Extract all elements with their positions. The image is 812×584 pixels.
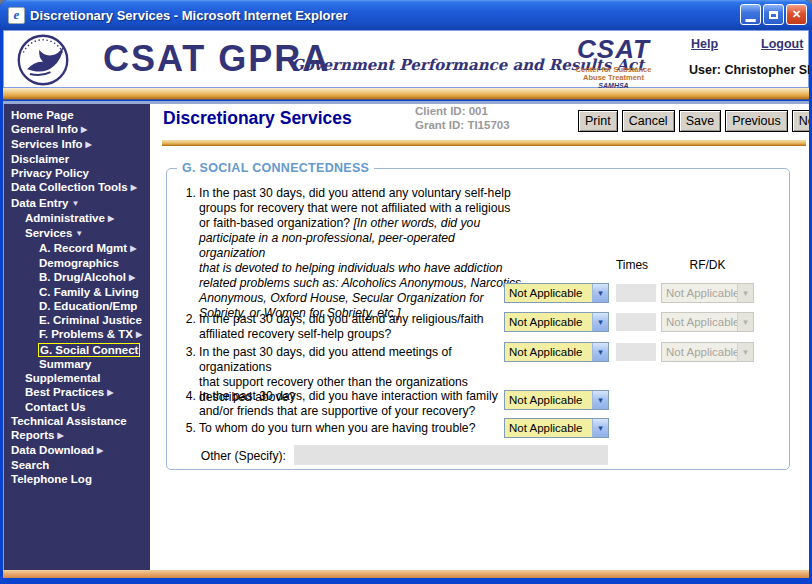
answer-select[interactable]: Not Applicable▾	[504, 283, 609, 303]
help-link[interactable]: Help	[691, 37, 718, 51]
sidebar-item[interactable]: D. Education/Emp	[4, 299, 150, 313]
sidebar-item[interactable]: Services Info▶	[4, 137, 150, 152]
sidebar-item-label: Reports	[11, 429, 54, 441]
sidebar-item-label: A. Record Mgmt	[39, 242, 127, 254]
question-body: In the past 30 days, did you have intera…	[199, 389, 498, 418]
sidebar-item[interactable]: Reports▶	[4, 428, 150, 443]
chevron-down-icon: ▼	[72, 199, 80, 208]
sidebar-item-label: Best Practices	[25, 386, 104, 398]
answer-select[interactable]: Not Applicable▾	[504, 418, 609, 438]
bottom-gold-bar	[3, 570, 809, 578]
rfdk-select: Not Applicable▾	[661, 312, 754, 332]
maximize-icon	[769, 11, 778, 19]
sidebar-item[interactable]: Data Entry▼	[4, 196, 150, 211]
sidebar-item[interactable]: Privacy Policy	[4, 166, 150, 180]
sidebar-item[interactable]: Demographics	[4, 256, 150, 270]
select-value: Not Applicable	[505, 284, 592, 302]
chevron-right-icon: ▶	[136, 330, 142, 339]
sidebar-item[interactable]: Summary	[4, 357, 150, 371]
sidebar-item[interactable]: G. Social Connect	[4, 343, 150, 357]
csat-logo-acronym: CSAT	[566, 34, 661, 65]
fieldset-legend: G. SOCIAL CONNECTEDNESS	[177, 161, 374, 175]
client-id: Client ID: 001	[415, 104, 510, 118]
times-input	[616, 284, 656, 302]
chevron-right-icon: ▶	[81, 125, 87, 134]
answer-select[interactable]: Not Applicable▾	[504, 390, 609, 410]
ie-document-icon: e	[8, 7, 25, 24]
select-value: Not Applicable	[662, 313, 737, 331]
chevron-right-icon: ▶	[108, 214, 114, 223]
select-value: Not Applicable	[505, 343, 592, 361]
browser-window: e Discretionary Services - Microsoft Int…	[0, 0, 812, 584]
chevron-right-icon: ▶	[131, 183, 137, 192]
question-text: 4.In the past 30 days, did you have inte…	[182, 389, 522, 419]
maximize-button[interactable]	[763, 4, 784, 25]
close-button[interactable]: ✕	[786, 4, 807, 25]
answer-select[interactable]: Not Applicable▾	[504, 342, 609, 362]
social-connectedness-fieldset: G. SOCIAL CONNECTEDNESS Times RF/DK 1.In…	[166, 168, 790, 470]
answer-select[interactable]: Not Applicable▾	[504, 312, 609, 332]
question-text: 1.In the past 30 days, did you attend an…	[182, 186, 522, 321]
chevron-down-icon[interactable]: ▾	[592, 313, 608, 331]
sidebar-item[interactable]: Home Page	[4, 108, 150, 122]
chevron-down-icon: ▾	[737, 313, 753, 331]
rfdk-select: Not Applicable▾	[661, 342, 754, 362]
print-button[interactable]: Print	[578, 110, 618, 132]
chevron-right-icon: ▶	[86, 140, 92, 149]
chevron-down-icon[interactable]: ▾	[592, 284, 608, 302]
sidebar-item-label: F. Problems & TX	[39, 328, 133, 340]
select-value: Not Applicable	[662, 343, 737, 361]
sidebar-item-label: B. Drug/Alcohol	[39, 271, 126, 283]
csat-logo: CSAT Center for Substance Abuse Treatmen…	[566, 34, 661, 89]
sidebar-item[interactable]: Contact Us	[4, 400, 150, 414]
header-gold-bar	[3, 88, 809, 100]
sidebar-item-label: Home Page	[11, 109, 74, 121]
sidebar-item[interactable]: E. Criminal Justice	[4, 313, 150, 327]
sidebar-item-label: C. Family & Living	[39, 286, 139, 298]
sidebar-item-label: Data Entry	[11, 197, 69, 209]
question-number: 5.	[182, 421, 196, 436]
hhs-eagle-logo	[15, 32, 71, 92]
window-border-left	[0, 30, 3, 578]
sidebar-item-label: Services Info	[11, 138, 83, 150]
logout-link[interactable]: Logout	[761, 37, 803, 51]
cancel-button[interactable]: Cancel	[622, 110, 675, 132]
question-text: 2.In the past 30 days, did you attend an…	[182, 312, 522, 342]
chevron-down-icon[interactable]: ▾	[592, 419, 608, 437]
sidebar-item[interactable]: B. Drug/Alcohol▶	[4, 270, 150, 285]
minimize-icon: ▬	[746, 13, 756, 24]
main-content: Discretionary Services Client ID: 001 Gr…	[150, 104, 809, 570]
question-number: 4.	[182, 389, 196, 404]
chevron-down-icon[interactable]: ▾	[592, 343, 608, 361]
sidebar-item[interactable]: C. Family & Living	[4, 285, 150, 299]
previous-button[interactable]: Previous	[725, 110, 788, 132]
action-toolbar: PrintCancelSavePreviousNext	[578, 110, 812, 132]
chevron-down-icon[interactable]: ▾	[592, 391, 608, 409]
sidebar-item[interactable]: Data Download▶	[4, 443, 150, 458]
question-number: 3.	[182, 345, 196, 360]
sidebar-item[interactable]: General Info▶	[4, 122, 150, 137]
save-button[interactable]: Save	[679, 110, 722, 132]
sidebar-item-label: E. Criminal Justice	[39, 314, 142, 326]
question-text: 5.To whom do you turn when you are havin…	[182, 421, 522, 436]
sidebar-item[interactable]: Best Practices▶	[4, 385, 150, 400]
sidebar-item[interactable]: A. Record Mgmt▶	[4, 241, 150, 256]
sidebar-item-label: Demographics	[39, 257, 119, 269]
sidebar-item[interactable]: F. Problems & TX▶	[4, 327, 150, 342]
question-number: 1.	[182, 186, 196, 201]
sidebar-nav: Home PageGeneral Info▶Services Info▶Disc…	[3, 104, 150, 570]
sidebar-item[interactable]: Disclaimer	[4, 152, 150, 166]
sidebar-item[interactable]: Data Collection Tools▶	[4, 180, 150, 195]
sidebar-item[interactable]: Administrative▶	[4, 211, 150, 226]
sidebar-item[interactable]: Technical Assistance	[4, 414, 150, 428]
sidebar-item[interactable]: Search	[4, 458, 150, 472]
question-body: In the past 30 days, did you attend any …	[199, 312, 484, 341]
sidebar-item-label: Contact Us	[25, 401, 86, 413]
times-input	[616, 343, 656, 361]
window-title: Discretionary Services - Microsoft Inter…	[30, 8, 348, 23]
title-bar: e Discretionary Services - Microsoft Int…	[0, 0, 812, 30]
sidebar-item[interactable]: Services▼	[4, 226, 150, 241]
minimize-button[interactable]: ▬	[740, 4, 761, 25]
sidebar-item[interactable]: Supplemental	[4, 371, 150, 385]
sidebar-item[interactable]: Telephone Log	[4, 472, 150, 486]
